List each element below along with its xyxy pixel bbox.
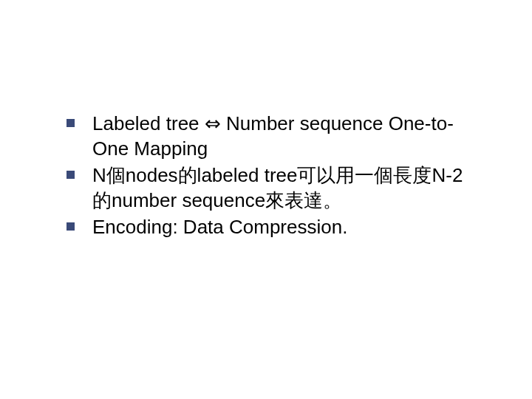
- list-item: Labeled tree ⇔ Number sequence One-to-On…: [66, 111, 480, 161]
- bullet-list: Labeled tree ⇔ Number sequence One-to-On…: [66, 111, 480, 241]
- list-item-text: Labeled tree ⇔ Number sequence One-to-On…: [92, 111, 480, 161]
- list-item: N個nodes的labeled tree可以用一個長度N-2的number se…: [66, 163, 480, 213]
- list-item-text: N個nodes的labeled tree可以用一個長度N-2的number se…: [92, 163, 480, 213]
- list-item-text: Encoding: Data Compression.: [92, 214, 480, 239]
- square-bullet-icon: [66, 119, 75, 127]
- square-bullet-icon: [66, 222, 75, 231]
- slide: Labeled tree ⇔ Number sequence One-to-On…: [0, 0, 532, 399]
- list-item: Encoding: Data Compression.: [66, 214, 480, 239]
- square-bullet-icon: [66, 171, 75, 179]
